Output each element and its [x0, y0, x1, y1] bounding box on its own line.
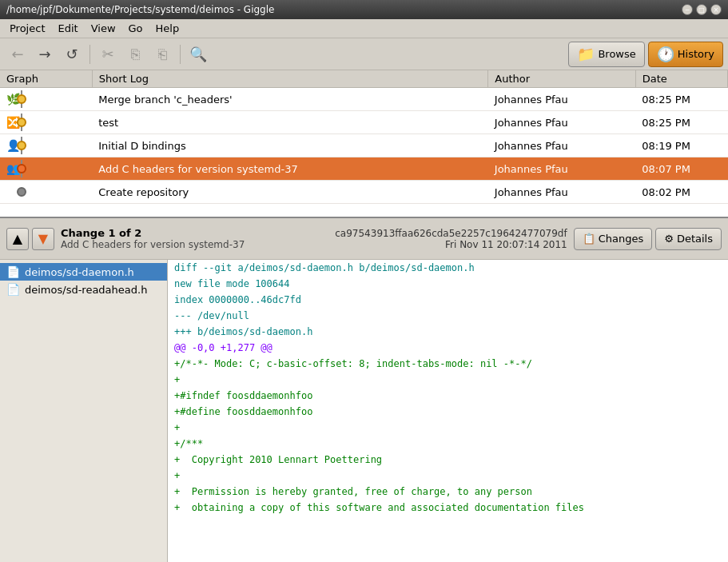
- search-icon: 🔍: [189, 46, 207, 62]
- menu-help[interactable]: Help: [149, 21, 186, 36]
- file-item[interactable]: 📄deimos/sd-daemon.h: [0, 263, 167, 281]
- menu-view[interactable]: View: [85, 21, 122, 36]
- diff-line: +#define foosddaemonhfoo: [168, 404, 728, 420]
- graph-dot: [17, 94, 26, 104]
- toolbar: ← → ↺ ✂ ⎘ ⎗ 🔍 📁 Browse 🕐 History: [0, 38, 728, 70]
- file-name: deimos/sd-daemon.h: [25, 266, 134, 278]
- menu-go[interactable]: Go: [122, 21, 149, 36]
- diff-view[interactable]: diff --git a/deimos/sd-daemon.h b/deimos…: [168, 260, 728, 562]
- table-row[interactable]: Create repositoryJohannes Pfau08:02 PM: [0, 181, 728, 204]
- refresh-button[interactable]: ↺: [59, 42, 85, 67]
- commit-date: 08:02 PM: [635, 181, 727, 204]
- diff-line: index 0000000..46dc7fd: [168, 292, 728, 308]
- history-button[interactable]: 🕐 History: [648, 42, 723, 67]
- commit-date: 08:07 PM: [635, 157, 727, 181]
- changes-label: Changes: [599, 233, 644, 245]
- commit-short-log: Add C headers for version systemd-37: [92, 157, 488, 181]
- commit-short-log: Merge branch 'c_headers': [92, 88, 488, 111]
- commit-author: Johannes Pfau: [488, 134, 635, 157]
- change-actions: 📋 Changes ⚙ Details: [574, 228, 722, 250]
- history-label: History: [678, 48, 714, 60]
- change-info: Change 1 of 2 Add C headers for version …: [61, 227, 245, 250]
- file-icon: 📄: [6, 283, 20, 296]
- content-area: 📄deimos/sd-daemon.h📄deimos/sd-readahead.…: [0, 260, 728, 562]
- change-nav: ▲ ▼: [6, 228, 54, 250]
- change-subtitle: Add C headers for version systemd-37: [61, 239, 245, 250]
- commit-short-log: Initial D bindings: [92, 134, 488, 157]
- commit-short-log: Create repository: [92, 181, 488, 204]
- change-bar: ▲ ▼ Change 1 of 2 Add C headers for vers…: [0, 218, 728, 260]
- titlebar: /home/jpf/Dokumente/Projects/systemd/dei…: [0, 0, 728, 19]
- details-button[interactable]: ⚙ Details: [655, 228, 722, 250]
- prev-change-button[interactable]: ▲: [6, 228, 29, 250]
- commit-date: Fri Nov 11 20:07:14 2011: [335, 239, 567, 250]
- browse-button[interactable]: 📁 Browse: [568, 42, 644, 67]
- main: Graph Short Log Author Date 🌿Merge branc…: [0, 70, 728, 562]
- commit-author: Johannes Pfau: [488, 181, 635, 204]
- forward-button[interactable]: →: [32, 42, 58, 67]
- diff-line: +: [168, 468, 728, 484]
- commit-list: 🌿Merge branch 'c_headers'Johannes Pfau08…: [0, 88, 728, 204]
- col-header-author: Author: [488, 70, 635, 88]
- table-row[interactable]: 👥Add C headers for version systemd-37Joh…: [0, 157, 728, 181]
- copy-button[interactable]: ⎘: [122, 42, 148, 67]
- changes-button[interactable]: 📋 Changes: [574, 228, 653, 250]
- diff-line: + Permission is hereby granted, free of …: [168, 484, 728, 500]
- diff-line: @@ -0,0 +1,277 @@: [168, 340, 728, 356]
- commit-date: 08:19 PM: [635, 134, 727, 157]
- menubar: Project Edit View Go Help: [0, 19, 728, 38]
- commit-author: Johannes Pfau: [488, 111, 635, 134]
- file-list: 📄deimos/sd-daemon.h📄deimos/sd-readahead.…: [0, 260, 168, 562]
- menu-project[interactable]: Project: [3, 21, 51, 36]
- diff-line: new file mode 100644: [168, 276, 728, 292]
- browse-label: Browse: [598, 48, 635, 60]
- details-icon: ⚙: [664, 233, 674, 245]
- diff-line: +/*-*- Mode: C; c-basic-offset: 8; inden…: [168, 356, 728, 372]
- paste-button[interactable]: ⎗: [149, 42, 175, 67]
- toolbar-separator-1: [90, 45, 90, 64]
- graph-cell: 🌿: [0, 88, 92, 111]
- details-label: Details: [677, 233, 713, 245]
- titlebar-controls: − □ ×: [682, 4, 722, 15]
- graph-dot: [17, 141, 26, 150]
- change-title: Change 1 of 2: [61, 227, 245, 239]
- cut-icon: ✂: [101, 46, 113, 62]
- back-button[interactable]: ←: [5, 42, 30, 67]
- diff-line: + obtaining a copy of this software and …: [168, 500, 728, 516]
- changes-icon: 📋: [583, 233, 595, 245]
- cut-button[interactable]: ✂: [95, 42, 121, 67]
- change-hash-info: ca97543913ffaa626cda5e2257c19642477079df…: [335, 228, 567, 250]
- toolbar-separator-2: [180, 45, 181, 64]
- paste-icon: ⎗: [158, 46, 167, 62]
- file-name: deimos/sd-readahead.h: [25, 284, 147, 296]
- bottom-panel: ▲ ▼ Change 1 of 2 Add C headers for vers…: [0, 218, 728, 562]
- graph-cell: 👤: [0, 134, 92, 157]
- commit-date: 08:25 PM: [635, 88, 727, 111]
- graph-cell: 👥: [0, 157, 92, 181]
- toolbar-right: 📁 Browse 🕐 History: [568, 42, 723, 67]
- history-icon: 🕐: [657, 46, 674, 62]
- table-header-row: Graph Short Log Author Date: [0, 70, 728, 88]
- maximize-button[interactable]: □: [696, 4, 707, 15]
- copy-icon: ⎘: [131, 46, 140, 62]
- search-button[interactable]: 🔍: [185, 42, 211, 67]
- close-button[interactable]: ×: [710, 4, 722, 15]
- col-header-date: Date: [635, 70, 727, 88]
- table-row[interactable]: 🌿Merge branch 'c_headers'Johannes Pfau08…: [0, 88, 728, 111]
- commit-short-log: test: [92, 111, 488, 134]
- graph-cell: [0, 181, 92, 204]
- diff-line: +: [168, 372, 728, 388]
- commit-author: Johannes Pfau: [488, 88, 635, 111]
- diff-line: --- /dev/null: [168, 308, 728, 324]
- menu-edit[interactable]: Edit: [51, 21, 84, 36]
- diff-line: diff --git a/deimos/sd-daemon.h b/deimos…: [168, 260, 728, 276]
- graph-cell: 🔀: [0, 111, 92, 134]
- next-change-button[interactable]: ▼: [32, 228, 54, 250]
- commit-date: 08:25 PM: [635, 111, 727, 134]
- minimize-button[interactable]: −: [682, 4, 693, 15]
- file-item[interactable]: 📄deimos/sd-readahead.h: [0, 281, 167, 298]
- table-row[interactable]: 🔀testJohannes Pfau08:25 PM: [0, 111, 728, 134]
- col-header-shortlog: Short Log: [92, 70, 488, 88]
- diff-line: +#ifndef foosddaemonhfoo: [168, 388, 728, 404]
- table-row[interactable]: 👤Initial D bindingsJohannes Pfau08:19 PM: [0, 134, 728, 157]
